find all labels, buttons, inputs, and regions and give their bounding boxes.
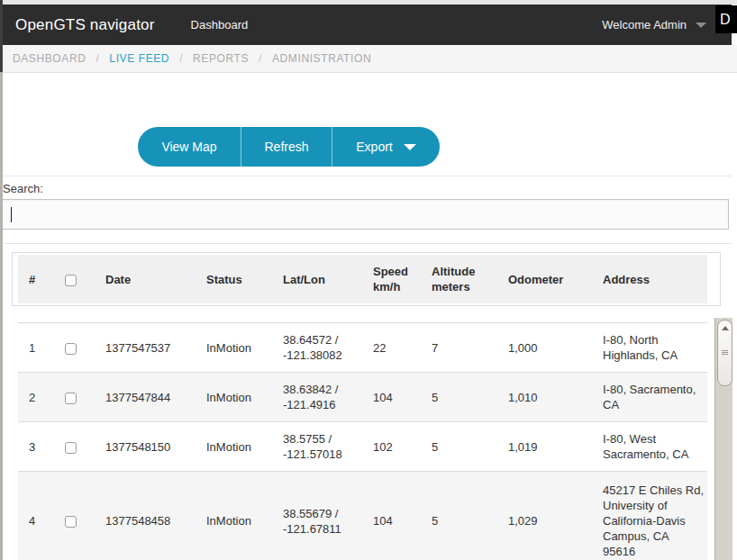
- breadcrumb-item-reports[interactable]: REPORTS: [193, 52, 249, 65]
- action-button-group: View Map Refresh Export: [138, 127, 440, 167]
- chevron-down-icon: [696, 23, 706, 28]
- scrollbar-grip-icon: [722, 350, 728, 355]
- table-row[interactable]: 2 1377547844 InMotion 38.63842 / -121.49…: [18, 373, 707, 422]
- column-header-altitude: Altitude meters: [421, 255, 497, 303]
- search-input[interactable]: [2, 199, 729, 230]
- row-checkbox[interactable]: [65, 393, 77, 404]
- export-button[interactable]: Export: [332, 127, 440, 167]
- column-header-num: #: [18, 255, 54, 303]
- cell-speed: 102: [362, 422, 421, 472]
- topnav-dashboard[interactable]: Dashboard: [191, 18, 249, 32]
- cell-altitude: 7: [421, 323, 497, 373]
- user-menu[interactable]: Welcome Admin: [602, 18, 732, 32]
- cell-altitude: 5: [421, 472, 497, 560]
- breadcrumb-separator: /: [259, 52, 262, 65]
- cell-speed: 104: [362, 472, 421, 560]
- row-checkbox[interactable]: [65, 343, 77, 355]
- row-select-cell: [54, 472, 95, 560]
- cell-address: I-80, Sacramento, CA: [592, 373, 707, 422]
- row-checkbox[interactable]: [65, 442, 77, 454]
- scrollbar-thumb[interactable]: [717, 320, 732, 386]
- cell-odometer: 1,019: [497, 422, 592, 472]
- vertical-scrollbar[interactable]: [714, 318, 732, 560]
- cell-latlon: 38.55679 / -121.67811: [272, 472, 362, 560]
- row-number: 4: [18, 472, 54, 560]
- app-brand[interactable]: OpenGTS navigator: [15, 16, 155, 34]
- view-map-button[interactable]: View Map: [138, 127, 241, 167]
- cell-odometer: 1,010: [497, 373, 592, 422]
- refresh-button[interactable]: Refresh: [241, 127, 332, 167]
- column-header-date: Date: [95, 255, 196, 303]
- cell-date: 1377547537: [95, 323, 196, 373]
- table-row[interactable]: 1 1377547537 InMotion 38.64572 / -121.38…: [18, 323, 707, 373]
- column-header-status: Status: [196, 255, 272, 303]
- user-label: Welcome Admin: [602, 18, 687, 32]
- breadcrumb-item-administration[interactable]: ADMINISTRATION: [272, 52, 371, 65]
- table-body-container: 1 1377547537 InMotion 38.64572 / -121.38…: [18, 322, 707, 560]
- cell-odometer: 1,029: [497, 472, 592, 560]
- cell-altitude: 5: [421, 373, 497, 422]
- breadcrumb-item-dashboard[interactable]: DASHBOARD: [13, 52, 86, 65]
- cell-address: I-80, West Sacramento, CA: [592, 422, 707, 472]
- cell-status: InMotion: [196, 373, 272, 422]
- cell-status: InMotion: [196, 323, 272, 373]
- window-left-edge: [0, 0, 3, 560]
- breadcrumb-separator: /: [179, 52, 183, 65]
- cell-latlon: 38.5755 / -121.57018: [272, 422, 362, 472]
- cell-latlon: 38.63842 / -121.4916: [272, 373, 362, 422]
- breadcrumb-separator: /: [96, 52, 99, 65]
- row-number: 3: [18, 422, 54, 472]
- row-number: 1: [18, 323, 54, 373]
- export-button-label: Export: [356, 140, 392, 154]
- cell-speed: 104: [362, 373, 421, 422]
- column-header-speed: Speed km/h: [362, 255, 421, 303]
- cell-odometer: 1,000: [497, 323, 592, 373]
- cell-date: 1377548458: [95, 472, 196, 560]
- cell-address: 45217 E Chiles Rd, University of Califor…: [592, 472, 707, 560]
- window-left-edge-dark: [0, 0, 3, 72]
- cell-altitude: 5: [421, 422, 497, 472]
- topbar: OpenGTS navigator Dashboard Welcome Admi…: [0, 5, 732, 45]
- corner-overlay-badge[interactable]: D: [715, 5, 737, 33]
- breadcrumb-item-live-feed[interactable]: LIVE FEED: [109, 52, 169, 65]
- row-select-cell: [54, 323, 95, 373]
- row-select-cell: [54, 373, 95, 422]
- select-all-checkbox[interactable]: [65, 275, 77, 286]
- row-checkbox[interactable]: [65, 516, 77, 528]
- cell-status: InMotion: [196, 422, 272, 472]
- search-label: Search:: [3, 182, 732, 195]
- table-header-container: # Date Status Lat/Lon Speed km/h Altitud…: [12, 252, 721, 306]
- table-row[interactable]: 3 1377548150 InMotion 38.5755 / -121.570…: [18, 422, 707, 472]
- live-feed-table: 1 1377547537 InMotion 38.64572 / -121.38…: [18, 322, 707, 560]
- cell-status: InMotion: [196, 472, 272, 560]
- cell-latlon: 38.64572 / -121.38082: [272, 323, 362, 373]
- table-panel-top-border: [5, 243, 732, 244]
- caret-down-icon: [404, 144, 416, 150]
- row-number: 2: [18, 373, 54, 422]
- column-header-latlon: Lat/Lon: [272, 255, 362, 303]
- cell-speed: 22: [362, 323, 421, 373]
- column-header-select: [54, 255, 95, 303]
- table-header: # Date Status Lat/Lon Speed km/h Altitud…: [18, 255, 707, 303]
- search-input-wrap: [2, 199, 732, 230]
- column-header-address: Address: [592, 255, 707, 303]
- cell-date: 1377548150: [95, 422, 196, 472]
- row-select-cell: [54, 422, 95, 472]
- table-row[interactable]: 4 1377548458 InMotion 38.55679 / -121.67…: [18, 472, 707, 560]
- search-section: Search:: [0, 176, 732, 230]
- column-header-odometer: Odometer: [497, 255, 592, 303]
- scroll-up-icon: [722, 326, 729, 330]
- breadcrumb: DASHBOARD / LIVE FEED / REPORTS / ADMINI…: [0, 45, 737, 73]
- cell-address: I-80, North Highlands, CA: [592, 323, 707, 373]
- cell-date: 1377547844: [95, 373, 196, 422]
